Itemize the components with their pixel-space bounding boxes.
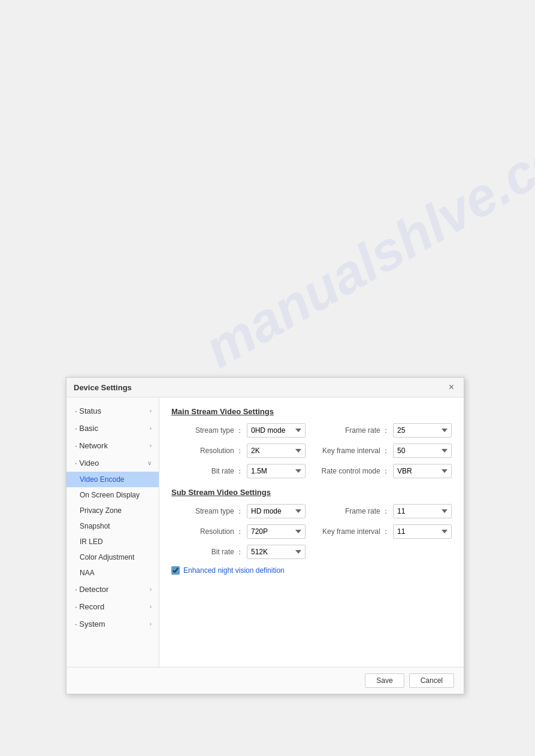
chevron-right-icon: › [150,586,152,593]
chevron-right-icon: › [150,425,152,432]
main-key-frame-select[interactable]: 50 25 10 [393,444,452,458]
dialog-body: · Status › · Basic › · Network › · Video… [67,397,464,667]
sidebar-item-basic-label: · Basic [75,424,98,433]
chevron-right-icon: › [150,442,152,449]
sub-stream-section-title: Sub Stream Video Settings [171,488,452,497]
sidebar-sub-item-on-screen-display[interactable]: On Screen Display [67,487,159,503]
main-rate-control-select[interactable]: VBR CBR [393,464,452,478]
sub-resolution-select[interactable]: 720P 1080P 480P [247,524,306,539]
cancel-button[interactable]: Cancel [409,673,454,688]
sidebar-item-detector[interactable]: · Detector › [67,581,159,598]
enhanced-night-vision-row: Enhanced night vision definition [171,566,452,575]
chevron-down-icon: ∨ [147,460,152,466]
sub-bit-rate-label: Bit rate ： [171,547,243,557]
watermark: manualshlve.com [195,101,535,380]
sub-frame-rate-select[interactable]: 11 25 15 [393,504,452,518]
sidebar-item-network[interactable]: · Network › [67,437,159,454]
main-key-frame-label: Key frame interval ： [318,446,389,456]
sub-stream-form: Stream type ： HD mode SD mode 0HD mode F… [171,504,452,559]
main-bit-rate-select[interactable]: 1.5M 1M 512K [247,464,306,478]
main-rate-control-row: Rate control mode ： VBR CBR [318,464,452,478]
sub-resolution-row: Resolution ： 720P 1080P 480P [171,524,306,539]
dialog-footer: Save Cancel [67,667,464,694]
sidebar-item-basic[interactable]: · Basic › [67,420,159,437]
main-bit-rate-row: Bit rate ： 1.5M 1M 512K [171,464,306,478]
sidebar-sub-item-naa[interactable]: NAA [67,565,159,581]
sidebar-item-video-label: · Video [75,459,99,467]
sidebar-item-network-label: · Network [75,441,108,450]
main-key-frame-row: Key frame interval ： 50 25 10 [318,444,452,458]
main-frame-rate-label: Frame rate ： [318,426,389,436]
sidebar-item-record-label: · Record [75,602,104,611]
sub-stream-type-label: Stream type ： [171,506,243,517]
chevron-right-icon: › [150,408,152,414]
sub-stream-type-row: Stream type ： HD mode SD mode 0HD mode [171,504,306,518]
sub-key-frame-select[interactable]: 11 50 25 [393,524,452,539]
main-stream-section-title: Main Stream Video Settings [171,407,452,416]
main-stream-form: Stream type ： 0HD mode HD mode SD mode F… [171,423,452,478]
sub-key-frame-label: Key frame interval ： [318,527,389,537]
sidebar-sub-item-ir-led[interactable]: IR LED [67,534,159,549]
sidebar-sub-item-snapshot[interactable]: Snapshot [67,518,159,534]
sub-bit-rate-row: Bit rate ： 512K 256K 1M [171,545,306,559]
main-stream-type-label: Stream type ： [171,426,243,436]
device-settings-dialog: Device Settings × · Status › · Basic › ·… [66,377,464,694]
chevron-right-icon: › [150,621,152,627]
main-rate-control-label: Rate control mode ： [318,466,389,476]
main-content: Main Stream Video Settings Stream type ：… [159,397,464,667]
main-frame-rate-select[interactable]: 25 15 10 [393,423,452,438]
close-button[interactable]: × [446,382,457,392]
sidebar-item-system[interactable]: · System › [67,615,159,633]
sidebar-item-detector-label: · Detector [75,585,108,594]
sidebar-item-record[interactable]: · Record › [67,598,159,615]
sub-key-frame-row: Key frame interval ： 11 50 25 [318,524,452,539]
enhanced-night-vision-checkbox[interactable] [171,566,180,575]
dialog-titlebar: Device Settings × [67,378,464,397]
main-frame-rate-row: Frame rate ： 25 15 10 [318,423,452,438]
save-button[interactable]: Save [365,673,404,688]
sidebar-item-system-label: · System [75,620,105,629]
sub-frame-rate-label: Frame rate ： [318,506,389,517]
chevron-right-icon: › [150,603,152,610]
sub-bit-rate-select[interactable]: 512K 256K 1M [247,545,306,559]
sub-frame-rate-row: Frame rate ： 11 25 15 [318,504,452,518]
sidebar-item-status[interactable]: · Status › [67,402,159,420]
sub-stream-type-select[interactable]: HD mode SD mode 0HD mode [247,504,306,518]
sub-bit-rate-empty [318,545,452,559]
enhanced-night-vision-label[interactable]: Enhanced night vision definition [183,566,285,575]
sub-resolution-label: Resolution ： [171,527,243,537]
main-resolution-row: Resolution ： 2K 1080P 720P [171,444,306,458]
sidebar-item-status-label: · Status [75,406,101,415]
sidebar-sub-item-color-adjustment[interactable]: Color Adjustment [67,549,159,565]
main-stream-type-row: Stream type ： 0HD mode HD mode SD mode [171,423,306,438]
main-stream-type-select[interactable]: 0HD mode HD mode SD mode [247,423,306,438]
sidebar-sub-item-video-encode[interactable]: Video Encode [67,472,159,487]
sidebar: · Status › · Basic › · Network › · Video… [67,397,159,667]
main-resolution-label: Resolution ： [171,446,243,456]
main-bit-rate-label: Bit rate ： [171,466,243,476]
sidebar-item-video[interactable]: · Video ∨ [67,454,159,472]
main-resolution-select[interactable]: 2K 1080P 720P [247,444,306,458]
sidebar-sub-item-privacy-zone[interactable]: Privacy Zone [67,503,159,518]
dialog-title: Device Settings [74,383,132,392]
